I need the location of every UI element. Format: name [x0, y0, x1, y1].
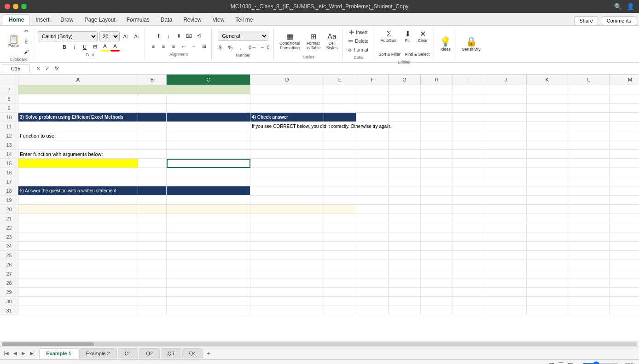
border-button[interactable]: ⊞	[90, 42, 99, 52]
cell-a19[interactable]	[18, 196, 138, 205]
sheet-tab-example1[interactable]: Example 1	[39, 348, 78, 358]
cell-a29[interactable]	[18, 288, 138, 297]
paste-button[interactable]: 📋 Paste	[6, 29, 21, 54]
cell-c24[interactable]	[167, 242, 250, 251]
cell-m24[interactable]	[610, 242, 639, 251]
cell-c20[interactable]	[167, 205, 250, 214]
cell-i26[interactable]	[453, 260, 485, 269]
cell-j22[interactable]	[485, 223, 527, 232]
cell-i10[interactable]	[453, 113, 485, 122]
share-button[interactable]: Share	[574, 16, 598, 25]
cell-a7[interactable]	[18, 85, 138, 94]
maximize-button[interactable]	[21, 4, 27, 9]
cell-g13[interactable]	[389, 140, 421, 150]
cell-g15[interactable]	[389, 159, 421, 168]
bold-button[interactable]: B	[60, 42, 69, 52]
cell-c22[interactable]	[167, 223, 250, 232]
cell-d28[interactable]	[250, 278, 324, 288]
normal-view-button[interactable]: ▦	[548, 361, 554, 364]
cell-e28[interactable]	[324, 278, 356, 288]
ideas-button[interactable]: 💡 Ideas	[438, 31, 453, 56]
cell-c15[interactable]	[167, 159, 250, 168]
scrollbar-thumb[interactable]	[2, 342, 94, 346]
cell-a8[interactable]	[18, 94, 138, 104]
cell-e8[interactable]	[324, 94, 356, 104]
cell-j16[interactable]	[485, 168, 527, 177]
cell-e27[interactable]	[324, 269, 356, 278]
cell-e17[interactable]	[324, 177, 356, 186]
cell-g19[interactable]	[389, 196, 421, 205]
cell-a12[interactable]: Function to use:	[18, 131, 138, 140]
cell-b31[interactable]	[138, 306, 167, 315]
cell-g14[interactable]	[389, 150, 421, 159]
cell-i24[interactable]	[453, 242, 485, 251]
inc-decimal-button[interactable]: .0→	[246, 43, 258, 52]
formula-input[interactable]	[62, 64, 637, 73]
cell-h14[interactable]	[421, 150, 453, 159]
cell-e31[interactable]	[324, 306, 356, 315]
cell-k31[interactable]	[527, 306, 568, 315]
cell-b22[interactable]	[138, 223, 167, 232]
cut-button[interactable]: ✂	[22, 27, 31, 36]
cell-m23[interactable]	[610, 232, 639, 242]
cell-f21[interactable]	[356, 214, 389, 223]
cell-b15[interactable]	[138, 159, 167, 168]
cell-b13[interactable]	[138, 140, 167, 150]
cell-j11[interactable]	[485, 122, 527, 131]
cell-k24[interactable]	[527, 242, 568, 251]
formula-confirm-button[interactable]: ✓	[44, 65, 51, 72]
cell-m12[interactable]	[610, 131, 639, 140]
cell-e20[interactable]	[324, 205, 356, 214]
cell-g16[interactable]	[389, 168, 421, 177]
cell-d17[interactable]	[250, 177, 324, 186]
cell-a25[interactable]	[18, 251, 138, 260]
cell-b17[interactable]	[138, 177, 167, 186]
cell-c29[interactable]	[167, 288, 250, 297]
cell-d21[interactable]	[250, 214, 324, 223]
number-format-select[interactable]: General	[218, 31, 268, 41]
cell-d9[interactable]	[250, 104, 324, 113]
cell-i23[interactable]	[453, 232, 485, 242]
cell-e23[interactable]	[324, 232, 356, 242]
cell-h9[interactable]	[421, 104, 453, 113]
sort-filter-button[interactable]: Sort & Filter	[377, 50, 402, 59]
cell-i27[interactable]	[453, 269, 485, 278]
cell-l10[interactable]	[568, 113, 610, 122]
cell-l11[interactable]	[568, 122, 610, 131]
font-size-select[interactable]: 20	[99, 31, 120, 41]
formula-cancel-button[interactable]: ✕	[35, 65, 42, 72]
cell-j9[interactable]	[485, 104, 527, 113]
cell-k8[interactable]	[527, 94, 568, 104]
cell-g24[interactable]	[389, 242, 421, 251]
cell-h17[interactable]	[421, 177, 453, 186]
cell-k28[interactable]	[527, 278, 568, 288]
cell-e13[interactable]	[324, 140, 356, 150]
cell-l25[interactable]	[568, 251, 610, 260]
cell-g9[interactable]	[389, 104, 421, 113]
close-button[interactable]	[5, 4, 10, 9]
cell-g22[interactable]	[389, 223, 421, 232]
font-family-select[interactable]: Calibri (Body)	[38, 31, 98, 41]
find-select-button[interactable]: Find & Select	[404, 50, 431, 59]
cell-g23[interactable]	[389, 232, 421, 242]
sheet-nav-last[interactable]: ▶|	[28, 350, 37, 357]
cell-l18[interactable]	[568, 186, 610, 196]
cell-j12[interactable]	[485, 131, 527, 140]
cell-k12[interactable]	[527, 131, 568, 140]
cell-b9[interactable]	[138, 104, 167, 113]
cell-g10[interactable]	[389, 113, 421, 122]
cell-f12[interactable]	[356, 131, 389, 140]
cell-l20[interactable]	[568, 205, 610, 214]
cell-l21[interactable]	[568, 214, 610, 223]
col-header-d[interactable]: D	[250, 75, 324, 85]
cell-h21[interactable]	[421, 214, 453, 223]
cell-i15[interactable]	[453, 159, 485, 168]
cell-f11[interactable]	[356, 122, 389, 131]
sheet-tab-q3[interactable]: Q3	[161, 348, 181, 358]
sheet-tab-example2[interactable]: Example 2	[79, 348, 117, 358]
cell-j27[interactable]	[485, 269, 527, 278]
cell-c8[interactable]	[167, 94, 250, 104]
currency-button[interactable]: $	[215, 43, 225, 52]
cell-c11[interactable]	[167, 122, 250, 131]
cell-m21[interactable]	[610, 214, 639, 223]
